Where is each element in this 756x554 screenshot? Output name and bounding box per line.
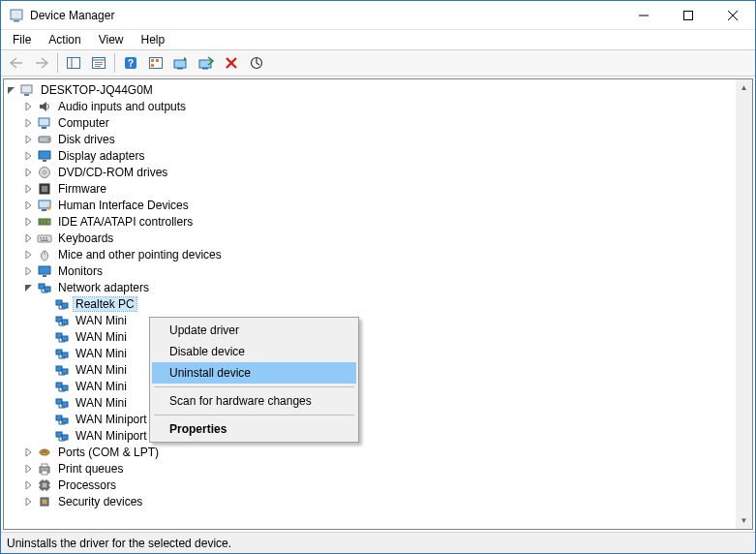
- tree-device[interactable]: WAN Miniport (PPTP): [4, 411, 736, 427]
- expand-icon[interactable]: [21, 477, 37, 493]
- ctx-uninstall-device[interactable]: Uninstall device: [152, 362, 356, 384]
- hid-icon: [37, 198, 52, 213]
- tree-device[interactable]: WAN Mini: [4, 328, 736, 345]
- tree-category[interactable]: Security devices: [4, 493, 736, 509]
- menu-file[interactable]: File: [5, 31, 39, 48]
- expand-icon[interactable]: [21, 99, 37, 114]
- vertical-scrollbar[interactable]: ▲ ▼: [736, 79, 752, 529]
- tree-node-label: DESKTOP-JQ44G0M: [39, 83, 155, 97]
- tree-device[interactable]: WAN Mini: [4, 345, 736, 361]
- expand-icon[interactable]: [21, 247, 37, 262]
- tree-category[interactable]: Processors: [4, 477, 736, 493]
- scroll-up-arrow[interactable]: ▲: [736, 79, 752, 96]
- tree-node-label: Print queues: [56, 462, 125, 476]
- properties-button[interactable]: [87, 52, 110, 74]
- svg-text:?: ?: [128, 58, 134, 69]
- expand-icon[interactable]: [21, 181, 37, 197]
- tree-device[interactable]: WAN Mini: [4, 312, 736, 328]
- scroll-down-arrow[interactable]: ▼: [736, 512, 752, 529]
- svg-rect-52: [39, 266, 50, 274]
- display-icon: [37, 148, 52, 164]
- net-icon: [37, 280, 52, 295]
- minimize-button[interactable]: [621, 1, 666, 29]
- svg-rect-3: [684, 11, 693, 19]
- tree-device[interactable]: WAN Mini: [4, 361, 736, 378]
- back-button[interactable]: [5, 52, 28, 74]
- ctx-update-driver[interactable]: Update driver: [152, 320, 356, 341]
- show-hide-tree-button[interactable]: [62, 52, 85, 74]
- svg-point-40: [46, 206, 50, 210]
- scan-hardware-button[interactable]: [245, 52, 268, 74]
- toolbar: ?: [1, 49, 755, 77]
- tree-node-label: DVD/CD-ROM drives: [56, 166, 169, 179]
- expand-icon[interactable]: [21, 115, 37, 131]
- tree-category[interactable]: Print queues: [4, 460, 736, 477]
- svg-point-105: [42, 451, 44, 453]
- menu-help[interactable]: Help: [134, 31, 173, 48]
- expand-icon[interactable]: [21, 198, 37, 213]
- uninstall-device-button[interactable]: [220, 52, 243, 74]
- svg-rect-0: [11, 10, 22, 19]
- device-tree[interactable]: DESKTOP-JQ44G0MAudio inputs and outputsC…: [4, 79, 736, 529]
- svg-rect-6: [68, 58, 80, 69]
- expand-icon[interactable]: [21, 461, 37, 477]
- disable-device-button[interactable]: [195, 52, 218, 74]
- close-button[interactable]: [711, 1, 755, 29]
- tree-category[interactable]: IDE ATA/ATAPI controllers: [4, 213, 736, 230]
- svg-rect-39: [42, 209, 46, 211]
- maximize-button[interactable]: [666, 1, 711, 29]
- tree-node-label: Realtek PC: [74, 297, 136, 311]
- tree-category[interactable]: Disk drives: [4, 131, 736, 147]
- scroll-track[interactable]: [736, 96, 752, 512]
- tree-root[interactable]: DESKTOP-JQ44G0M: [4, 81, 736, 98]
- tree-category[interactable]: DVD/CD-ROM drives: [4, 164, 736, 180]
- tree-node-label: Network adapters: [56, 281, 151, 294]
- expand-icon[interactable]: [21, 214, 37, 230]
- computerRoot-icon: [19, 82, 35, 98]
- tree-category[interactable]: Network adapters: [4, 279, 736, 295]
- toolbar-separator: [57, 53, 58, 73]
- tree-device[interactable]: WAN Miniport (SSTP): [4, 427, 736, 444]
- svg-rect-94: [56, 416, 62, 420]
- tree-category[interactable]: Display adapters: [4, 147, 736, 164]
- expand-icon[interactable]: [21, 165, 37, 180]
- view-button[interactable]: [144, 52, 167, 74]
- ctx-properties[interactable]: Properties: [152, 418, 356, 440]
- expand-icon[interactable]: [21, 494, 37, 509]
- tree-device[interactable]: Realtek PC: [4, 295, 736, 312]
- context-menu: Update driver Disable device Uninstall d…: [149, 317, 359, 443]
- expand-icon[interactable]: [21, 148, 37, 164]
- collapse-icon[interactable]: [4, 82, 19, 98]
- expand-icon[interactable]: [21, 231, 37, 246]
- tree-category[interactable]: Mice and other pointing devices: [4, 246, 736, 262]
- tree-category[interactable]: Ports (COM & LPT): [4, 444, 736, 460]
- tree-node-label: WAN Mini: [74, 396, 129, 410]
- tree-category[interactable]: Audio inputs and outputs: [4, 98, 736, 114]
- ctx-scan-hardware[interactable]: Scan for hardware changes: [152, 390, 356, 412]
- update-driver-button[interactable]: [169, 52, 193, 74]
- expand-icon[interactable]: [21, 263, 37, 279]
- forward-button[interactable]: [30, 52, 53, 74]
- collapse-icon[interactable]: [21, 280, 37, 295]
- svg-rect-20: [177, 68, 183, 70]
- help-button[interactable]: ?: [119, 52, 142, 74]
- expand-icon[interactable]: [21, 445, 37, 460]
- tree-category[interactable]: Human Interface Devices: [4, 197, 736, 213]
- tree-category[interactable]: Computer: [4, 114, 736, 131]
- svg-rect-19: [174, 60, 186, 68]
- tree-device[interactable]: WAN Mini: [4, 394, 736, 411]
- tree-category[interactable]: Monitors: [4, 262, 736, 279]
- tree-node-label: Monitors: [56, 264, 105, 278]
- tree-category[interactable]: Keyboards: [4, 230, 736, 246]
- menu-action[interactable]: Action: [41, 31, 88, 48]
- menu-view[interactable]: View: [91, 31, 132, 48]
- svg-rect-54: [39, 284, 45, 289]
- ctx-disable-device[interactable]: Disable device: [152, 341, 356, 362]
- expand-icon[interactable]: [21, 132, 37, 147]
- tree-category[interactable]: Firmware: [4, 180, 736, 197]
- net-icon: [54, 346, 70, 361]
- svg-rect-85: [62, 385, 68, 390]
- tree-node-label: WAN Mini: [74, 330, 129, 344]
- tree-device[interactable]: WAN Mini: [4, 378, 736, 394]
- status-bar: Uninstalls the driver for the selected d…: [1, 532, 755, 553]
